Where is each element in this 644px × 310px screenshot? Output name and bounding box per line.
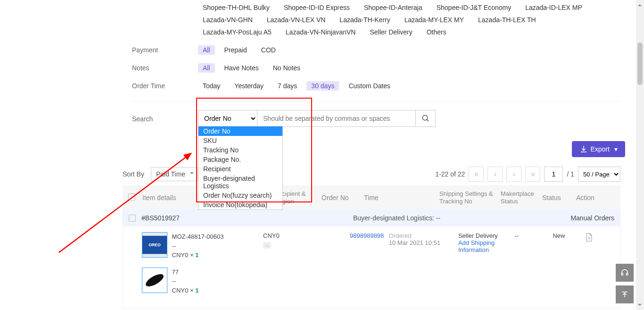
logistics-filter-row: Shopee-TH-DHL BulkyShopee-ID-ID ExpressS… (132, 0, 620, 42)
times-icon: × (190, 287, 194, 294)
logistics-option[interactable]: Shopee-ID-ID Express (279, 3, 355, 12)
order-id: #BS5019927 (141, 214, 240, 222)
sort-by-label: Sort By (123, 170, 144, 178)
search-input[interactable] (257, 110, 416, 127)
th-time: Time (364, 194, 439, 201)
search-button[interactable] (416, 110, 436, 127)
logistics-option[interactable]: Shopee-TH-DHL Bulky (198, 3, 274, 12)
th-shipping: Shipping Settings & Tracking No (439, 190, 501, 205)
arrow-up-icon (620, 290, 629, 299)
item-thumbnail[interactable]: OREO (142, 232, 167, 258)
item-thumbnail[interactable] (142, 268, 167, 293)
payment-filter-row: Payment AllPrepaidCOD (132, 42, 620, 60)
download-icon (579, 145, 588, 153)
notes-filter-row: Notes AllHave NotesNo Notes (132, 60, 620, 78)
order-time-label: Order Time (132, 81, 198, 90)
order-line-item: OREOMOZ-48817-00603--CNY0 × 1 (142, 232, 264, 268)
logistics-option[interactable]: Lazada-TH-LEX TH (473, 15, 541, 25)
support-chat-button[interactable] (616, 264, 634, 282)
payment-tag: -- (263, 242, 271, 249)
order-no-link[interactable]: 9898989898 (350, 232, 384, 239)
pagination-first[interactable]: « (469, 167, 484, 182)
note-icon[interactable] (584, 232, 594, 243)
search-dropdown-item[interactable]: Recipient (198, 164, 282, 174)
svg-rect-10 (627, 273, 628, 276)
search-icon (421, 114, 430, 123)
pagination-total: / 1 (567, 170, 574, 178)
item-sku: 77 (172, 268, 199, 277)
order-status: New (553, 232, 584, 302)
search-dropdown: Order NoSKUTracking NoPackage No.Recipie… (198, 126, 283, 210)
logistics-option[interactable]: Lazada-MY-LEX MY (400, 15, 469, 25)
pagination-summary: 1-22 of 22 (435, 170, 465, 178)
order-row: #BS5019927 Buyer-designated Logistics: -… (123, 209, 620, 309)
item-sku: MOZ-48817-00603 (172, 232, 224, 242)
svg-text:OREO: OREO (149, 243, 161, 247)
payment-option[interactable]: All (198, 45, 215, 55)
logistics-option[interactable]: Shopee-ID-J&T Economy (432, 3, 516, 12)
notes-option[interactable]: No Notes (268, 63, 305, 73)
sort-select[interactable]: Paid Time (151, 167, 198, 181)
shipping-method: Seller Delivery (458, 232, 515, 239)
pagination-last[interactable]: » (525, 167, 540, 182)
logistics-option[interactable]: Shopee-ID-Anteraja (359, 3, 427, 12)
vertical-scrollbar[interactable] (636, 0, 644, 310)
search-dropdown-item[interactable]: Invoice No(tokopedia) (198, 200, 282, 209)
payment-option[interactable]: COD (256, 45, 281, 55)
search-dropdown-item[interactable]: Order No(fuzzy search) (198, 191, 282, 200)
order-time-option[interactable]: Yesterday (230, 81, 268, 91)
logistics-option[interactable]: Lazada-VN-NinjavanVN (281, 27, 361, 37)
svg-point-0 (422, 115, 428, 120)
notes-option[interactable]: All (198, 63, 215, 73)
search-dropdown-item[interactable]: Buyer-designated Logistics (198, 174, 282, 191)
order-value: CNY0 (263, 232, 306, 239)
order-time-status: Ordered (389, 232, 458, 239)
th-marketplace: Makertplace Status (501, 190, 542, 205)
search-dropdown-item[interactable]: Order No (198, 126, 282, 136)
logistics-option[interactable]: Lazada-ID-LEX MP (520, 3, 587, 12)
pagination-page-input[interactable] (544, 167, 563, 182)
order-time-filter-row: Order Time TodayYesterday7 days30 daysCu… (132, 78, 620, 96)
marketplace-status: -- (514, 232, 553, 302)
times-icon: × (190, 251, 194, 259)
order-time-option[interactable]: 30 days (306, 81, 339, 91)
pagination-next[interactable]: › (506, 167, 521, 182)
logistics-option[interactable]: Seller Delivery (365, 27, 417, 37)
order-time-option[interactable]: Custom Dates (344, 81, 395, 91)
export-button[interactable]: Export ▾ (572, 141, 625, 157)
select-all-checkbox[interactable] (128, 193, 135, 201)
order-time-option[interactable]: 7 days (273, 81, 302, 91)
search-dropdown-item[interactable]: Tracking No (198, 145, 282, 155)
logistics-option[interactable]: Lazada-MY-PosLaju A5 (198, 27, 276, 37)
logistics-option[interactable]: Lazada-VN-GHN (198, 15, 257, 25)
item-price: CNY0 (172, 251, 189, 259)
search-row: Search Order No Order NoSKUTracking NoPa… (132, 101, 620, 135)
order-time-value: 10 Mar 2021 10:51 (389, 239, 458, 246)
headset-icon (620, 268, 629, 277)
search-type-select[interactable]: Order No (198, 110, 257, 127)
order-checkbox[interactable] (129, 215, 136, 222)
logistics-option[interactable]: Lazada-TH-Kerry (335, 15, 395, 25)
th-order-no: Order No (322, 194, 364, 201)
th-action: Action (576, 194, 609, 201)
svg-rect-9 (621, 273, 623, 276)
item-variant: -- (172, 242, 224, 251)
back-to-top-button[interactable] (616, 285, 634, 303)
search-dropdown-item[interactable]: SKU (198, 136, 282, 145)
search-dropdown-item[interactable]: Package No. (198, 155, 282, 164)
item-qty: 1 (195, 287, 198, 294)
order-time-option[interactable]: Today (198, 81, 225, 91)
chevron-down-icon: ▾ (614, 145, 618, 153)
pagination-prev[interactable]: ‹ (487, 167, 503, 182)
logistics-option[interactable]: Lazada-VN-LEX VN (262, 15, 330, 25)
payment-option[interactable]: Prepaid (220, 45, 252, 55)
search-label: Search (132, 114, 198, 123)
logistics-option[interactable]: Others (422, 27, 451, 37)
th-status: Status (542, 194, 576, 201)
order-logistics: Buyer-designated Logistics: -- (240, 214, 553, 222)
notes-option[interactable]: Have Notes (220, 63, 264, 73)
notes-label: Notes (132, 63, 198, 72)
add-shipping-link[interactable]: Add Shipping Information (458, 239, 515, 253)
pagination-perpage-select[interactable]: 50 / Page (578, 167, 620, 182)
item-variant: -- (172, 276, 199, 286)
